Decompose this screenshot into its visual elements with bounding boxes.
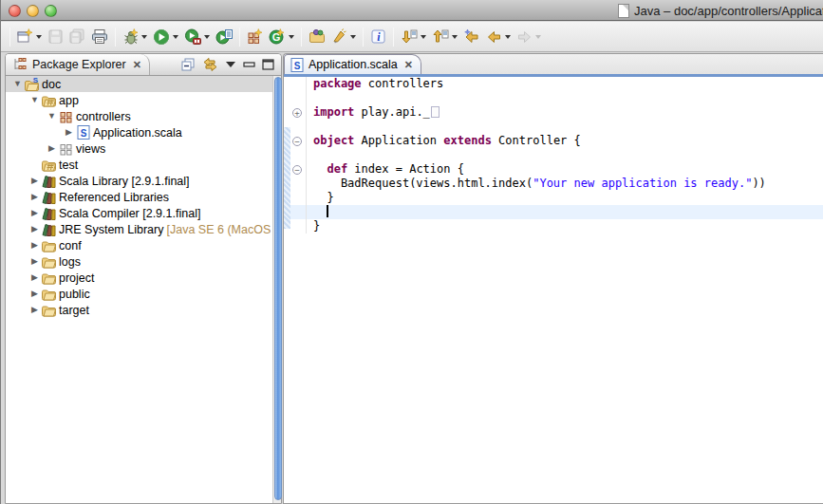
expander-closed-icon[interactable]: ▶	[28, 173, 41, 189]
close-tab-icon[interactable]: ✕	[404, 59, 413, 71]
expander-closed-icon[interactable]: ▶	[28, 205, 41, 221]
tree-item-app[interactable]: ▼app	[6, 92, 272, 108]
editor-tab-application-scala[interactable]: S Application.scala ✕	[284, 54, 421, 74]
editor-area: S Application.scala ✕ package controller…	[283, 53, 823, 504]
toolbar-separator	[9, 28, 10, 47]
expander-closed-icon[interactable]: ▶	[46, 140, 58, 157]
zoom-window-button[interactable]	[45, 5, 57, 17]
title-bar: Java – doc/app/controllers/Application.s…	[1, 0, 823, 21]
search-button[interactable]	[329, 27, 358, 47]
dropdown-arrow-icon[interactable]	[36, 35, 42, 39]
close-view-icon[interactable]: ✕	[133, 59, 141, 71]
tree-item-controllers[interactable]: ▼controllers	[6, 108, 272, 124]
package-explorer-scrollbar[interactable]	[272, 76, 281, 503]
expander-closed-icon[interactable]: ▶	[28, 270, 41, 286]
scala-file-icon: S	[290, 58, 304, 72]
dropdown-arrow-icon[interactable]	[535, 35, 541, 39]
dropdown-arrow-icon[interactable]	[452, 35, 458, 39]
library-icon	[41, 190, 57, 205]
print-button[interactable]	[89, 27, 110, 47]
tree-item-doc[interactable]: ▼Sdoc	[6, 76, 272, 92]
tree-item-logs[interactable]: ▶logs	[6, 253, 272, 270]
dropdown-arrow-icon[interactable]	[505, 35, 511, 39]
fold-collapse-icon[interactable]: −	[292, 165, 302, 175]
collapse-all-button[interactable]	[180, 57, 196, 72]
expander-closed-icon[interactable]: ▶	[28, 221, 41, 237]
search-icon	[331, 28, 347, 45]
next-annotation-button[interactable]	[399, 27, 428, 47]
tree-item-public[interactable]: ▶public	[6, 286, 272, 302]
tree-item-test[interactable]: test	[6, 157, 272, 173]
run-button[interactable]	[151, 27, 180, 47]
dropdown-arrow-icon[interactable]	[289, 35, 294, 39]
code-line-current	[284, 205, 823, 219]
info-button[interactable]: i	[368, 27, 388, 47]
tree-item-application-scala[interactable]: ▶SApplication.scala	[6, 124, 272, 140]
tree-item-conf[interactable]: ▶conf	[6, 237, 272, 253]
expander-closed-icon[interactable]: ▶	[28, 237, 41, 253]
tree-item-scala-compiler-2-9-1-final[interactable]: ▶Scala Compiler [2.9.1.final]	[6, 205, 272, 221]
tree-item-label: controllers	[76, 110, 131, 123]
package-explorer-title: Package Explorer	[32, 58, 126, 71]
forward-icon	[516, 28, 533, 45]
tree-item-project[interactable]: ▶project	[6, 270, 272, 286]
tree-item-label: Scala Compiler [2.9.1.final]	[59, 207, 200, 220]
expander-closed-icon[interactable]: ▶	[28, 286, 41, 302]
keyword-token: def	[327, 162, 347, 176]
package-explorer-icon	[12, 57, 28, 72]
tree-item-label: Referenced Libraries	[59, 191, 169, 204]
window-title: Java – doc/app/controllers/Application.s…	[634, 4, 823, 18]
expander-closed-icon[interactable]: ▶	[63, 124, 75, 140]
minimize-button[interactable]	[243, 59, 255, 70]
last-edit-location-button[interactable]	[461, 27, 482, 47]
tree-item-target[interactable]: ▶target	[6, 302, 272, 318]
new-java-project-button[interactable]	[245, 27, 265, 47]
fold-expand-icon[interactable]: +	[292, 108, 302, 118]
tree-item-label: conf	[59, 239, 82, 252]
folder-icon	[41, 303, 57, 318]
expander-closed-icon[interactable]: ▶	[28, 253, 41, 270]
tree-item-referenced-libraries[interactable]: ▶Referenced Libraries	[6, 189, 272, 205]
view-menu-button[interactable]	[225, 60, 236, 69]
code-text: BadRequest(views.html.index("Your new ap…	[307, 177, 823, 191]
dropdown-arrow-icon[interactable]	[421, 35, 426, 39]
minimize-window-button[interactable]	[27, 5, 39, 17]
dropdown-arrow-icon[interactable]	[141, 35, 147, 39]
folder-icon	[41, 287, 57, 302]
dropdown-arrow-icon[interactable]	[350, 35, 356, 39]
toolbar-separator	[239, 28, 240, 47]
google-g-button[interactable]: G	[267, 27, 296, 47]
prev-annotation-button[interactable]	[430, 27, 459, 47]
scrollbar-thumb[interactable]	[274, 77, 282, 500]
tree-item-jre-system-library[interactable]: ▶JRE System Library[Java SE 6 (MacOS X D…	[6, 221, 272, 237]
toolbar-group	[15, 27, 110, 47]
run-external-button[interactable]	[182, 27, 212, 47]
code-text: package controllers	[307, 77, 823, 91]
tree-item-scala-library-2-9-1-final[interactable]: ▶Scala Library [2.9.1.final]	[6, 173, 272, 189]
dropdown-arrow-icon[interactable]	[204, 35, 210, 39]
package-explorer-tree: ▼Sdoc▼app▼controllers▶SApplication.scala…	[6, 76, 272, 503]
expander-open-icon[interactable]: ▼	[11, 76, 24, 92]
code-text: def index = Action {	[307, 162, 823, 177]
run-config-button[interactable]	[214, 27, 234, 47]
expander-closed-icon[interactable]: ▶	[28, 189, 41, 205]
code-token: play.api._	[354, 105, 429, 119]
dropdown-arrow-icon[interactable]	[173, 35, 178, 39]
close-window-button[interactable]	[9, 5, 21, 17]
collapsed-region-icon[interactable]	[431, 106, 440, 118]
code-line: package controllers	[284, 77, 823, 91]
package-explorer-tab[interactable]: Package Explorer ✕	[6, 54, 150, 75]
back-button[interactable]	[484, 27, 513, 47]
fold-collapse-icon[interactable]: −	[292, 137, 302, 146]
expander-closed-icon[interactable]: ▶	[28, 302, 41, 318]
new-wizard-button[interactable]	[15, 27, 44, 47]
expander-open-icon[interactable]: ▼	[28, 92, 41, 108]
open-artifact-icon	[309, 28, 326, 45]
link-with-editor-button[interactable]	[202, 57, 218, 72]
tree-item-views[interactable]: ▶views	[6, 140, 272, 157]
maximize-button[interactable]	[262, 59, 274, 70]
debug-button[interactable]	[121, 27, 149, 47]
open-artifact-button[interactable]	[307, 27, 327, 47]
expander-open-icon[interactable]: ▼	[46, 108, 58, 124]
code-editor[interactable]: package controllers+import play.api._−ob…	[284, 77, 823, 503]
